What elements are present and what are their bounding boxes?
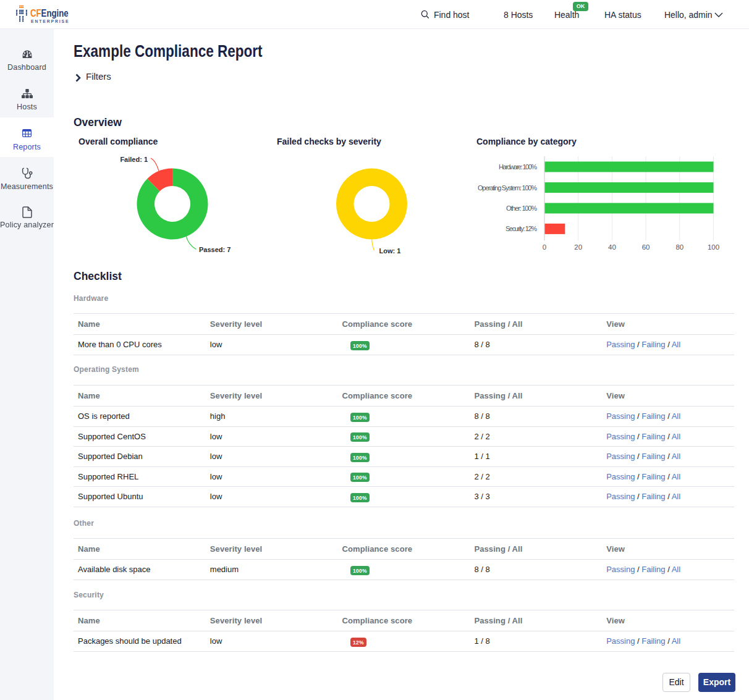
svg-text:Passed: 7: Passed: 7 [199, 246, 231, 253]
svg-text:Hardware: 100%: Hardware: 100% [499, 163, 537, 171]
svg-text:Low: 1: Low: 1 [379, 247, 401, 255]
svg-text:Security: 12%: Security: 12% [506, 225, 537, 232]
svg-text:80: 80 [675, 243, 683, 251]
svg-text:100: 100 [708, 243, 719, 251]
svg-text:60: 60 [642, 243, 650, 251]
svg-text:Operating System: 100%: Operating System: 100% [478, 184, 537, 192]
svg-text:Other: 100%: Other: 100% [506, 205, 537, 212]
svg-text:20: 20 [574, 243, 582, 251]
svg-text:Failed: 1: Failed: 1 [120, 156, 148, 163]
svg-text:0: 0 [543, 243, 546, 251]
svg-text:40: 40 [608, 243, 616, 251]
